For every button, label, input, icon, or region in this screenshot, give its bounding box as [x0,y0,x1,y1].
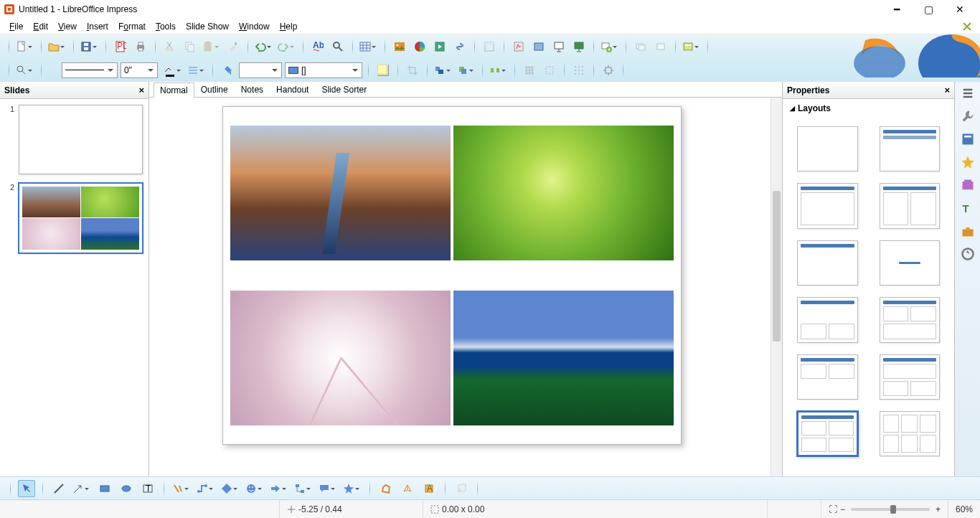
layout-two-top[interactable] [797,354,858,400]
line-style-select[interactable] [62,62,118,78]
undo-button[interactable] [254,38,274,55]
wrench-icon[interactable] [961,109,975,123]
menu-slideshow[interactable]: Slide Show [181,20,234,33]
export-pdf-button[interactable]: PDF [112,38,129,55]
tab-handout[interactable]: Handout [270,82,315,98]
save-button[interactable] [80,38,100,55]
maximize-button[interactable]: ▢ [913,1,944,18]
close-icon[interactable]: × [944,85,950,95]
layouts-section-header[interactable]: ◢ Layouts [783,99,954,118]
tab-sorter[interactable]: Slide Sorter [315,82,373,98]
slide-layout-button[interactable] [682,38,702,55]
3d-tool[interactable] [399,480,416,497]
insert-header-button[interactable] [481,38,498,55]
curve-tool[interactable] [171,480,192,497]
new-slide-button[interactable] [600,38,620,55]
layout-six-content[interactable] [880,411,941,456]
navigator-icon[interactable] [961,247,975,261]
layout-two-content[interactable] [880,183,941,228]
cut-button[interactable] [161,38,179,55]
menu-tools[interactable]: Tools [151,20,181,33]
format-paintbrush-button[interactable] [225,38,242,55]
slide-2-preview[interactable] [19,183,143,253]
rectangle-tool[interactable] [96,480,113,497]
toggle-extrusion-button[interactable] [453,480,470,497]
layout-title-content[interactable] [797,183,858,228]
close-icon[interactable]: × [138,85,144,95]
layout-split[interactable] [880,354,941,400]
menu-view[interactable]: View [53,20,82,33]
line-tool[interactable] [50,480,67,497]
helplines-toggle-button[interactable] [570,62,588,79]
options-button[interactable] [510,38,527,55]
zoom-in-button[interactable]: + [936,504,941,514]
zoom-button[interactable] [15,62,35,79]
slide-thumb[interactable]: 1 [6,105,143,174]
insert-image-button[interactable] [391,38,408,55]
fontwork-tool[interactable]: A [420,480,438,497]
sidebar-toggle-icon[interactable] [961,86,975,100]
zoom-level[interactable]: 60% [948,500,980,518]
zoom-slider[interactable] [851,508,930,511]
textbox-tool[interactable]: T [139,480,156,497]
image-flower-macro[interactable] [230,291,451,425]
block-arrows-tool[interactable] [269,480,289,497]
print-button[interactable] [132,38,149,55]
snap-to-grid-button[interactable] [600,62,617,79]
text-icon[interactable]: T [961,201,975,215]
slide-thumb[interactable]: 2 [6,183,143,253]
tab-normal[interactable]: Normal [154,83,194,98]
menu-window[interactable]: Window [234,20,275,33]
presentation-button[interactable] [550,38,567,55]
layout-centered-text[interactable] [880,240,941,286]
paste-button[interactable] [202,38,222,55]
slide-1-preview[interactable] [19,105,143,174]
menu-file[interactable]: File [4,20,28,33]
arrow-style-button[interactable] [187,62,207,79]
connector-tool[interactable] [196,480,216,497]
vertical-scrollbar[interactable] [771,98,782,488]
slide-content[interactable] [222,106,682,445]
menu-insert[interactable]: Insert [82,20,113,33]
fill-type-select[interactable] [239,62,282,78]
image-succulent[interactable] [453,126,674,260]
layout-blank[interactable] [797,126,858,171]
symbol-shapes-tool[interactable] [245,480,265,497]
hyperlink-button[interactable] [451,38,468,55]
ellipse-tool[interactable] [118,480,135,497]
briefcase-icon[interactable] [961,224,975,238]
fill-value-select[interactable]: [] [285,62,362,78]
presentation-from-first-button[interactable] [570,38,588,55]
open-button[interactable] [47,38,67,55]
delete-slide-button[interactable] [652,38,669,55]
align-objects-button[interactable] [433,62,453,79]
redo-button[interactable] [277,38,297,55]
select-tool[interactable] [18,480,35,497]
table-button[interactable] [359,38,379,55]
minimize-button[interactable]: ━ [881,1,913,18]
close-document-icon[interactable] [958,18,976,35]
line-color-button[interactable] [161,62,184,79]
star-icon[interactable] [961,155,975,169]
master-slide-button[interactable] [530,38,547,55]
insert-media-button[interactable] [431,38,448,55]
layout-two-bottom[interactable] [797,297,858,342]
properties-icon[interactable] [961,132,975,146]
duplicate-slide-button[interactable] [632,38,649,55]
callouts-tool[interactable] [318,480,338,497]
tab-outline[interactable]: Outline [194,82,235,98]
spellcheck-button[interactable]: Abc [309,38,326,55]
basic-shapes-tool[interactable] [220,480,240,497]
close-button[interactable]: ✕ [944,1,976,18]
layout-content-two[interactable] [880,297,941,342]
menu-edit[interactable]: Edit [28,20,53,33]
fill-button[interactable] [219,62,236,79]
image-river-canyon[interactable] [230,126,451,260]
polygon-tool[interactable] [377,480,395,497]
copy-button[interactable] [182,38,199,55]
stars-tool[interactable] [342,480,362,497]
page-fit-icon[interactable]: ⛶ [829,504,837,514]
arrow-tool[interactable] [72,480,92,497]
layout-title-only[interactable] [797,240,858,286]
flowchart-tool[interactable] [293,480,314,497]
